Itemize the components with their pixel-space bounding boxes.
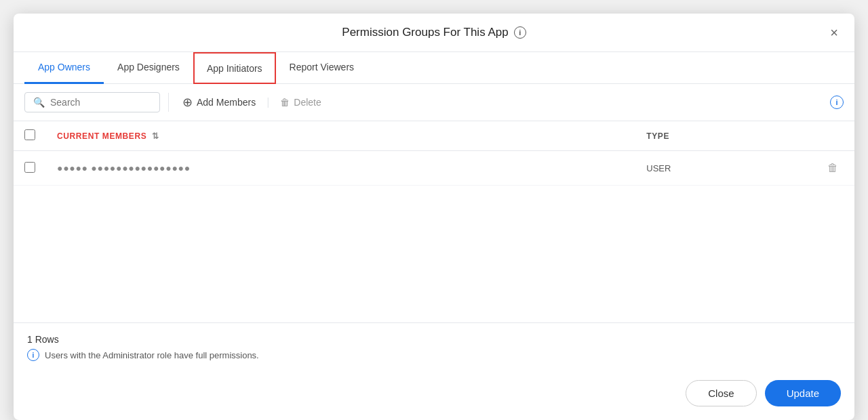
type-column-header: TYPE <box>635 121 811 151</box>
member-type-cell: USER <box>635 151 811 186</box>
tab-app-owners[interactable]: App Owners <box>24 52 104 84</box>
members-table: CURRENT MEMBERS ⇅ TYPE ●●●●● ●●●●●●●●●●●… <box>14 121 854 186</box>
add-members-button[interactable]: ⊕ Add Members <box>177 91 261 114</box>
row-delete-cell[interactable]: 🗑 <box>811 151 854 186</box>
add-members-icon: ⊕ <box>182 95 193 110</box>
toolbar-divider <box>168 93 169 112</box>
tab-report-viewers[interactable]: Report Viewers <box>276 52 368 84</box>
member-type: USER <box>646 163 671 173</box>
action-buttons: Close Update <box>14 372 854 420</box>
admin-note: i Users with the Administrator role have… <box>27 349 841 361</box>
admin-note-text: Users with the Administrator role have f… <box>45 350 259 360</box>
row-checkbox-cell[interactable] <box>14 151 46 186</box>
modal-header: Permission Groups For This App i × <box>14 14 854 52</box>
delete-icon: 🗑 <box>280 97 290 108</box>
search-icon: 🔍 <box>33 97 45 108</box>
table-header-row: CURRENT MEMBERS ⇅ TYPE <box>14 121 854 151</box>
members-column-header: CURRENT MEMBERS ⇅ <box>46 121 635 151</box>
footer-area: 1 Rows i Users with the Administrator ro… <box>14 322 854 372</box>
select-all-checkbox-header[interactable] <box>14 121 46 151</box>
add-members-label: Add Members <box>197 97 256 108</box>
action-column-header <box>811 121 854 151</box>
toolbar-info-icon[interactable]: i <box>830 96 844 109</box>
update-button[interactable]: Update <box>765 380 841 406</box>
members-table-area: CURRENT MEMBERS ⇅ TYPE ●●●●● ●●●●●●●●●●●… <box>14 121 854 322</box>
search-box[interactable]: 🔍 <box>24 92 160 112</box>
sort-icon[interactable]: ⇅ <box>152 131 159 141</box>
tab-app-initiators[interactable]: App Initiators <box>193 52 276 84</box>
table-row: ●●●●● ●●●●●●●●●●●●●●●● USER 🗑 <box>14 151 854 186</box>
tabs-container: App Owners App Designers App Initiators … <box>14 52 854 84</box>
permission-groups-modal: Permission Groups For This App i × App O… <box>14 14 854 420</box>
admin-note-info-icon: i <box>27 349 39 361</box>
close-button[interactable]: Close <box>686 380 756 406</box>
tab-app-designers[interactable]: App Designers <box>104 52 193 84</box>
member-name: ●●●●● ●●●●●●●●●●●●●●●● <box>57 163 191 173</box>
delete-button[interactable]: 🗑 Delete <box>275 93 326 112</box>
member-name-cell: ●●●●● ●●●●●●●●●●●●●●●● <box>46 151 635 186</box>
row-delete-button[interactable]: 🗑 <box>822 159 844 177</box>
modal-title-text: Permission Groups For This App <box>342 26 508 39</box>
row-count: 1 Rows <box>27 334 841 345</box>
modal-close-button[interactable]: × <box>827 23 841 42</box>
search-input[interactable] <box>50 97 145 108</box>
row-checkbox[interactable] <box>24 162 35 173</box>
select-all-checkbox[interactable] <box>24 129 35 140</box>
title-info-icon[interactable]: i <box>514 26 526 39</box>
delete-label: Delete <box>294 97 321 108</box>
toolbar: 🔍 ⊕ Add Members | 🗑 Delete i <box>14 84 854 121</box>
toolbar-separator: | <box>267 96 269 108</box>
members-table-body: ●●●●● ●●●●●●●●●●●●●●●● USER 🗑 <box>14 151 854 186</box>
modal-title: Permission Groups For This App i <box>342 26 526 39</box>
